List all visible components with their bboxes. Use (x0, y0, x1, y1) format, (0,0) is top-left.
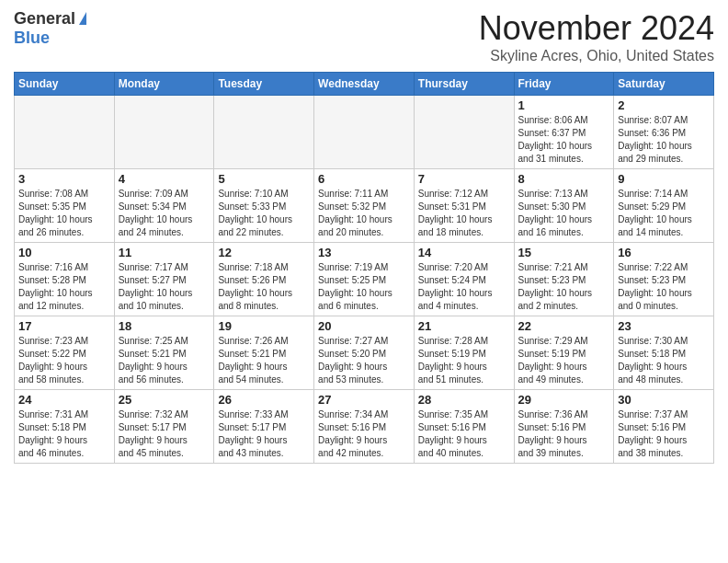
calendar-header-row: SundayMondayTuesdayWednesdayThursdayFrid… (15, 73, 714, 96)
logo-blue-text: Blue (14, 29, 50, 48)
day-of-week-header: Tuesday (214, 73, 314, 96)
logo-general-text: General (14, 9, 75, 29)
day-number: 2 (618, 98, 710, 112)
calendar-cell: 23Sunrise: 7:30 AM Sunset: 5:18 PM Dayli… (614, 316, 714, 390)
day-number: 3 (18, 172, 110, 186)
calendar-week-row: 10Sunrise: 7:16 AM Sunset: 5:28 PM Dayli… (15, 243, 714, 316)
day-number: 17 (18, 319, 110, 333)
day-of-week-header: Friday (514, 73, 614, 96)
day-number: 16 (618, 246, 710, 259)
day-of-week-header: Saturday (614, 73, 714, 96)
day-info: Sunrise: 7:16 AM Sunset: 5:28 PM Dayligh… (18, 261, 110, 313)
calendar-cell: 17Sunrise: 7:23 AM Sunset: 5:22 PM Dayli… (15, 316, 115, 390)
day-number: 23 (618, 319, 710, 333)
calendar-cell: 9Sunrise: 7:14 AM Sunset: 5:29 PM Daylig… (614, 169, 714, 243)
day-number: 5 (218, 172, 310, 186)
day-number: 10 (18, 246, 110, 259)
calendar-cell (314, 96, 415, 169)
day-info: Sunrise: 7:35 AM Sunset: 5:16 PM Dayligh… (418, 408, 510, 460)
calendar-cell: 13Sunrise: 7:19 AM Sunset: 5:25 PM Dayli… (314, 243, 415, 316)
calendar-cell: 11Sunrise: 7:17 AM Sunset: 5:27 PM Dayli… (114, 243, 214, 316)
day-number: 13 (318, 246, 410, 259)
day-number: 14 (418, 246, 510, 259)
day-info: Sunrise: 8:07 AM Sunset: 6:36 PM Dayligh… (618, 114, 710, 166)
day-number: 9 (618, 172, 710, 186)
calendar-cell: 7Sunrise: 7:12 AM Sunset: 5:31 PM Daylig… (414, 169, 514, 243)
day-of-week-header: Wednesday (314, 73, 415, 96)
calendar-cell: 14Sunrise: 7:20 AM Sunset: 5:24 PM Dayli… (414, 243, 514, 316)
day-info: Sunrise: 7:17 AM Sunset: 5:27 PM Dayligh… (119, 261, 210, 313)
day-number: 4 (119, 172, 210, 186)
day-info: Sunrise: 7:14 AM Sunset: 5:29 PM Dayligh… (618, 188, 710, 239)
day-number: 20 (318, 319, 410, 333)
day-number: 24 (18, 393, 110, 407)
month-title: November 2024 (479, 9, 714, 48)
day-info: Sunrise: 7:32 AM Sunset: 5:17 PM Dayligh… (119, 408, 210, 460)
day-number: 27 (318, 393, 410, 407)
calendar-cell: 16Sunrise: 7:22 AM Sunset: 5:23 PM Dayli… (614, 243, 714, 316)
calendar-cell (114, 96, 214, 169)
day-info: Sunrise: 7:29 AM Sunset: 5:19 PM Dayligh… (518, 335, 610, 386)
calendar-cell: 3Sunrise: 7:08 AM Sunset: 5:35 PM Daylig… (15, 169, 115, 243)
day-info: Sunrise: 8:06 AM Sunset: 6:37 PM Dayligh… (518, 114, 610, 166)
day-info: Sunrise: 7:36 AM Sunset: 5:16 PM Dayligh… (518, 408, 610, 460)
day-number: 18 (119, 319, 210, 333)
calendar-week-row: 24Sunrise: 7:31 AM Sunset: 5:18 PM Dayli… (15, 390, 714, 464)
day-info: Sunrise: 7:27 AM Sunset: 5:20 PM Dayligh… (318, 335, 410, 386)
calendar-week-row: 3Sunrise: 7:08 AM Sunset: 5:35 PM Daylig… (15, 169, 714, 243)
day-number: 19 (218, 319, 310, 333)
day-number: 29 (518, 393, 610, 407)
calendar-table: SundayMondayTuesdayWednesdayThursdayFrid… (14, 72, 714, 464)
calendar-week-row: 17Sunrise: 7:23 AM Sunset: 5:22 PM Dayli… (15, 316, 714, 390)
day-number: 7 (418, 172, 510, 186)
day-info: Sunrise: 7:30 AM Sunset: 5:18 PM Dayligh… (618, 335, 710, 386)
calendar-week-row: 1Sunrise: 8:06 AM Sunset: 6:37 PM Daylig… (15, 96, 714, 169)
day-info: Sunrise: 7:21 AM Sunset: 5:23 PM Dayligh… (518, 261, 610, 313)
day-of-week-header: Thursday (414, 73, 514, 96)
logo-triangle-icon (79, 12, 86, 25)
calendar-cell: 27Sunrise: 7:34 AM Sunset: 5:16 PM Dayli… (314, 390, 415, 464)
day-info: Sunrise: 7:20 AM Sunset: 5:24 PM Dayligh… (418, 261, 510, 313)
calendar-cell: 18Sunrise: 7:25 AM Sunset: 5:21 PM Dayli… (114, 316, 214, 390)
location-subtitle: Skyline Acres, Ohio, United States (479, 48, 714, 64)
calendar-cell: 6Sunrise: 7:11 AM Sunset: 5:32 PM Daylig… (314, 169, 415, 243)
day-number: 30 (618, 393, 710, 407)
day-number: 28 (418, 393, 510, 407)
calendar-cell: 20Sunrise: 7:27 AM Sunset: 5:20 PM Dayli… (314, 316, 415, 390)
day-number: 21 (418, 319, 510, 333)
day-info: Sunrise: 7:22 AM Sunset: 5:23 PM Dayligh… (618, 261, 710, 313)
day-info: Sunrise: 7:23 AM Sunset: 5:22 PM Dayligh… (18, 335, 110, 386)
logo: General Blue (14, 9, 86, 48)
calendar-cell: 15Sunrise: 7:21 AM Sunset: 5:23 PM Dayli… (514, 243, 614, 316)
calendar-cell: 4Sunrise: 7:09 AM Sunset: 5:34 PM Daylig… (114, 169, 214, 243)
day-number: 1 (518, 98, 610, 112)
calendar-cell: 19Sunrise: 7:26 AM Sunset: 5:21 PM Dayli… (214, 316, 314, 390)
day-number: 22 (518, 319, 610, 333)
day-number: 8 (518, 172, 610, 186)
day-info: Sunrise: 7:19 AM Sunset: 5:25 PM Dayligh… (318, 261, 410, 313)
calendar-cell: 28Sunrise: 7:35 AM Sunset: 5:16 PM Dayli… (414, 390, 514, 464)
calendar-cell: 5Sunrise: 7:10 AM Sunset: 5:33 PM Daylig… (214, 169, 314, 243)
calendar-cell (214, 96, 314, 169)
day-info: Sunrise: 7:25 AM Sunset: 5:21 PM Dayligh… (119, 335, 210, 386)
day-number: 6 (318, 172, 410, 186)
calendar-cell: 8Sunrise: 7:13 AM Sunset: 5:30 PM Daylig… (514, 169, 614, 243)
calendar-cell: 24Sunrise: 7:31 AM Sunset: 5:18 PM Dayli… (15, 390, 115, 464)
calendar-cell: 30Sunrise: 7:37 AM Sunset: 5:16 PM Dayli… (614, 390, 714, 464)
day-info: Sunrise: 7:34 AM Sunset: 5:16 PM Dayligh… (318, 408, 410, 460)
day-info: Sunrise: 7:08 AM Sunset: 5:35 PM Dayligh… (18, 188, 110, 239)
calendar-cell: 22Sunrise: 7:29 AM Sunset: 5:19 PM Dayli… (514, 316, 614, 390)
day-info: Sunrise: 7:31 AM Sunset: 5:18 PM Dayligh… (18, 408, 110, 460)
day-info: Sunrise: 7:33 AM Sunset: 5:17 PM Dayligh… (218, 408, 310, 460)
day-number: 25 (119, 393, 210, 407)
calendar-cell: 2Sunrise: 8:07 AM Sunset: 6:36 PM Daylig… (614, 96, 714, 169)
day-info: Sunrise: 7:09 AM Sunset: 5:34 PM Dayligh… (119, 188, 210, 239)
day-info: Sunrise: 7:11 AM Sunset: 5:32 PM Dayligh… (318, 188, 410, 239)
day-info: Sunrise: 7:13 AM Sunset: 5:30 PM Dayligh… (518, 188, 610, 239)
day-number: 26 (218, 393, 310, 407)
day-info: Sunrise: 7:18 AM Sunset: 5:26 PM Dayligh… (218, 261, 310, 313)
calendar-cell: 10Sunrise: 7:16 AM Sunset: 5:28 PM Dayli… (15, 243, 115, 316)
day-number: 15 (518, 246, 610, 259)
calendar-cell: 12Sunrise: 7:18 AM Sunset: 5:26 PM Dayli… (214, 243, 314, 316)
title-block: November 2024 Skyline Acres, Ohio, Unite… (479, 9, 714, 64)
